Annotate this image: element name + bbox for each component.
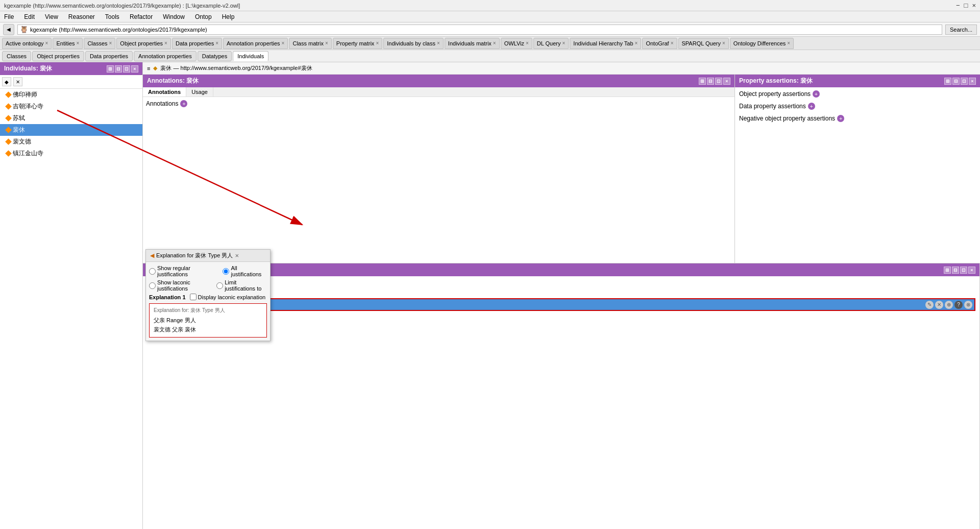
tab-10[interactable]: OWLViz× [501, 38, 532, 49]
tab-close-1[interactable]: × [77, 40, 80, 46]
tab-close-7[interactable]: × [376, 40, 379, 46]
show-laconic-radio[interactable] [149, 282, 156, 289]
tab-close-12[interactable]: × [635, 40, 638, 46]
display-laconic-checkbox-label[interactable]: Display laconic explanation [190, 294, 266, 300]
add-annotation-button[interactable]: + [180, 100, 187, 107]
tab-4[interactable]: Data properties× [172, 38, 222, 49]
tab-close-10[interactable]: × [526, 40, 529, 46]
tab-9[interactable]: Individuals matrix× [445, 38, 500, 49]
desc-icon1[interactable]: ⊞ [944, 267, 951, 274]
tab-close-14[interactable]: × [722, 40, 725, 46]
menubar-item-reasoner[interactable]: Reasoner [66, 12, 97, 21]
tab-12[interactable]: Individual Hierarchy Tab× [570, 38, 641, 49]
tab-3[interactable]: Object properties× [116, 38, 171, 49]
menubar-item-view[interactable]: View [43, 12, 60, 21]
subtab-object-properties[interactable]: Object properties [32, 51, 84, 61]
subtab-annotation-properties[interactable]: Annotation properties [134, 51, 197, 61]
desc-close-icon[interactable]: × [968, 267, 975, 274]
add-individual-icon[interactable]: ◆ [2, 77, 11, 86]
individual-item[interactable]: 佛印禅师 [0, 89, 142, 101]
search-button[interactable]: Search... [945, 25, 977, 35]
show-regular-radio[interactable] [149, 268, 156, 275]
individuals-icon1[interactable]: ⊞ [107, 65, 114, 73]
tab-close-8[interactable]: × [437, 40, 440, 46]
close-button[interactable]: × [972, 2, 976, 9]
show-laconic-label[interactable]: Show laconic justifications [149, 279, 212, 292]
type-more-icon[interactable]: ⊗ [964, 301, 972, 309]
tab-close-0[interactable]: × [45, 40, 48, 46]
individual-dot [5, 150, 12, 157]
individuals-icon2[interactable]: ⊟ [115, 65, 122, 73]
tab-2[interactable]: Classes× [84, 38, 115, 49]
tab-14[interactable]: SPARQL Query× [678, 38, 729, 49]
tab-usage[interactable]: Usage [186, 87, 213, 97]
tab-close-3[interactable]: × [164, 40, 167, 46]
tab-15[interactable]: Ontology Differences× [730, 38, 794, 49]
add-object-property-button[interactable]: + [813, 90, 820, 98]
menubar-item-file[interactable]: File [2, 12, 16, 21]
all-justifications-label[interactable]: All justifications [223, 265, 267, 277]
menubar-item-help[interactable]: Help [220, 12, 237, 21]
type-question-icon[interactable]: ? [954, 301, 963, 309]
tab-0[interactable]: Active ontology× [2, 38, 52, 49]
tab-1[interactable]: Entities× [53, 38, 83, 49]
maximize-button[interactable]: □ [964, 2, 968, 9]
ann-close-icon[interactable]: × [723, 78, 730, 85]
tab-close-13[interactable]: × [671, 40, 674, 46]
ann-icon1[interactable]: ⊞ [699, 78, 706, 85]
subtab-classes[interactable]: Classes [2, 51, 31, 61]
tab-close-15[interactable]: × [787, 40, 790, 46]
type-info-icon[interactable]: ⊕ [945, 301, 953, 309]
pa-icon3[interactable]: ⊡ [961, 78, 968, 85]
show-regular-justifications-label[interactable]: Show regular justifications [149, 265, 218, 277]
individual-item[interactable]: 吉朝泽心寺 [0, 101, 142, 112]
delete-individual-icon[interactable]: ✕ [13, 77, 22, 86]
individual-item[interactable]: 苏轼 [0, 112, 142, 124]
tab-annotations[interactable]: Annotations [143, 87, 186, 97]
limit-justifications-label[interactable]: Limit justifications to [216, 279, 267, 292]
menubar-item-ontop[interactable]: Ontop [193, 12, 214, 21]
ann-icon3[interactable]: ⊡ [715, 78, 722, 85]
back-button[interactable]: ◀ [3, 24, 14, 35]
tab-close-2[interactable]: × [109, 40, 112, 46]
tab-8[interactable]: Individuals by class× [383, 38, 444, 49]
tab-5[interactable]: Annotation properties× [223, 38, 288, 49]
add-negative-property-button[interactable]: + [837, 115, 844, 122]
pa-icon2[interactable]: ⊟ [952, 78, 960, 85]
minimize-button[interactable]: − [956, 2, 960, 9]
pa-icon1[interactable]: ⊞ [944, 78, 951, 85]
address-field[interactable]: 🦉 kgexample (http://www.semanticweb.org/… [17, 25, 942, 35]
ann-icon2[interactable]: ⊟ [707, 78, 714, 85]
tab-11[interactable]: DL Query× [533, 38, 569, 49]
subtab-datatypes[interactable]: Datatypes [198, 51, 232, 61]
subtab-individuals[interactable]: Individuals [233, 51, 268, 61]
desc-icon2[interactable]: ⊟ [952, 267, 959, 274]
tab-close-6[interactable]: × [325, 40, 328, 46]
type-delete-icon[interactable]: ✕ [935, 301, 943, 309]
individuals-close-icon[interactable]: × [131, 65, 138, 73]
tab-6[interactable]: Class matrix× [289, 38, 331, 49]
individual-item[interactable]: 裴文德 [0, 136, 142, 148]
individual-item[interactable]: 镇江金山寺 [0, 148, 142, 159]
tab-close-9[interactable]: × [493, 40, 496, 46]
tab-13[interactable]: OntoGraf× [642, 38, 677, 49]
tab-7[interactable]: Property matrix× [333, 38, 382, 49]
subtab-data-properties[interactable]: Data properties [85, 51, 133, 61]
tab-close-4[interactable]: × [215, 40, 218, 46]
explanation-close-button[interactable]: × [235, 252, 239, 259]
menubar-item-tools[interactable]: Tools [103, 12, 121, 21]
menubar-item-refactor[interactable]: Refactor [128, 12, 155, 21]
type-edit-icon[interactable]: ✎ [925, 301, 934, 309]
pa-close-icon[interactable]: × [969, 78, 976, 85]
tab-close-11[interactable]: × [562, 40, 566, 46]
individuals-icon3[interactable]: ⊡ [123, 65, 130, 73]
menubar-item-window[interactable]: Window [161, 12, 187, 21]
display-laconic-checkbox[interactable] [190, 294, 197, 300]
tab-close-5[interactable]: × [282, 40, 285, 46]
menubar-item-edit[interactable]: Edit [22, 12, 37, 21]
limit-justifications-radio[interactable] [216, 282, 223, 289]
individual-item[interactable]: 裴休 [0, 124, 142, 136]
all-justifications-radio[interactable] [223, 268, 229, 275]
add-data-property-button[interactable]: + [808, 103, 815, 110]
desc-icon3[interactable]: ⊡ [960, 267, 967, 274]
